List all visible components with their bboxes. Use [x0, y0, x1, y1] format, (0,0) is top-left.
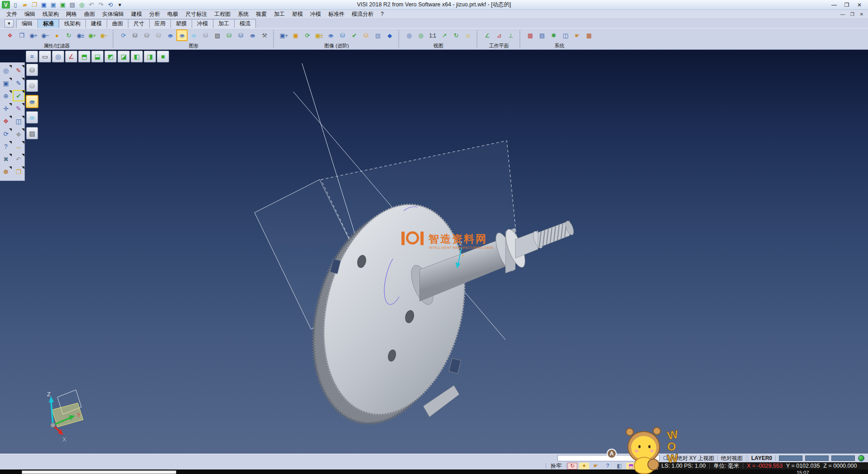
attributes-palette-icon[interactable]: ❖ — [0, 116, 12, 126]
pick-settings-icon[interactable]: ☛ — [571, 29, 583, 41]
menu-item[interactable]: 标准件 — [325, 10, 348, 18]
minimize-icon[interactable]: — — [831, 2, 837, 8]
view-iso-icon[interactable]: ■ — [157, 51, 169, 62]
cube-shaded-icon[interactable]: ◆ — [384, 29, 395, 41]
color-palette-icon[interactable]: ▦ — [524, 29, 536, 41]
save-icon[interactable]: ▣ — [40, 1, 48, 9]
cylinder-hatch-icon[interactable]: ▨ — [372, 29, 383, 41]
tab-surface[interactable]: 曲面 — [107, 19, 128, 28]
box-traffic-icon[interactable]: ▣ — [290, 29, 301, 41]
cplane-axes-icon[interactable]: ∠ — [65, 51, 77, 62]
menu-item[interactable]: 分析 — [146, 10, 164, 18]
regen-icon[interactable]: ↻ — [567, 463, 577, 469]
view-front-icon[interactable]: ◩ — [104, 51, 117, 62]
tab-mold[interactable]: 塑膜 — [171, 19, 192, 28]
menu-item[interactable]: 曲面 — [80, 10, 99, 18]
box-plusminus-icon[interactable]: ▣± — [313, 29, 325, 41]
color-swatch-2[interactable] — [805, 455, 829, 461]
view-back-icon[interactable]: ◪ — [118, 51, 130, 62]
color-swatch-3[interactable] — [831, 455, 855, 461]
zoom-dynamic-icon[interactable]: ◎ — [52, 51, 64, 62]
measure-distance-icon[interactable]: ↔ — [13, 141, 24, 152]
helm-wheel-icon[interactable]: ☸ — [0, 166, 12, 177]
view-right-icon[interactable]: ◨ — [144, 51, 156, 62]
delete-trash-icon[interactable]: ✖ — [0, 154, 12, 164]
cylinder-dashed-icon[interactable]: ⛁ — [153, 29, 164, 41]
cylinder-shaded-edges-icon[interactable]: ⛂ — [176, 29, 188, 41]
menu-item[interactable]: 文件 — [3, 10, 21, 18]
shade-hatched-icon[interactable]: ▨ — [26, 127, 38, 139]
tab-machining[interactable]: 加工 — [213, 19, 235, 28]
help-icon[interactable]: ? — [603, 463, 613, 469]
color-swatch-1[interactable] — [779, 455, 802, 461]
child-minimize-icon[interactable]: — — [840, 12, 845, 17]
traffic-light-icon[interactable]: ● — [51, 29, 62, 41]
zoom-extents-icon[interactable]: ◎ — [415, 29, 426, 41]
eye-plusminus-icon[interactable]: ◉± — [75, 29, 86, 41]
menu-item[interactable]: 模流分析 — [348, 10, 377, 18]
menu-item[interactable]: 塑模 — [288, 10, 307, 18]
cylinder-hidden-line-icon[interactable]: ⛁ — [141, 29, 152, 41]
open-icon[interactable]: ▰ — [21, 1, 29, 9]
shade-transparent-icon[interactable]: ⛂ — [26, 111, 38, 123]
eye-add-filter-icon[interactable]: ◉+ — [28, 29, 39, 41]
refresh-icon[interactable]: ⟳ — [0, 128, 12, 139]
maximize-icon[interactable]: ❐ — [844, 2, 850, 8]
window-tiles-icon[interactable]: ◫ — [13, 116, 24, 126]
menu-item[interactable]: 电极 — [164, 10, 182, 18]
redraw-icon[interactable]: ⟳ — [118, 29, 129, 41]
undo-icon[interactable]: ↶ — [87, 1, 95, 9]
print-icon[interactable]: ▤ — [68, 1, 76, 9]
workplane-normal-icon[interactable]: ⊥ — [505, 29, 516, 41]
shade-wireframe-icon[interactable]: ⛁ — [26, 64, 38, 76]
shade-solid-icon[interactable]: ⛂ — [26, 95, 38, 108]
lock-toggle[interactable]: 拴牢 — [546, 462, 566, 470]
grid-icon[interactable]: ▦ — [583, 29, 594, 41]
cylinder-export-icon[interactable]: ⛂ — [247, 29, 258, 41]
workplane-axes-icon[interactable]: ∠ — [481, 29, 493, 41]
zoom-1to1-icon[interactable]: 1:1 — [427, 29, 438, 41]
quick-access-more-icon[interactable]: ▾ — [116, 1, 124, 9]
cylinder-note-icon[interactable]: ⛁ — [360, 29, 372, 41]
zoom-previous-icon[interactable]: ◎ — [403, 29, 415, 41]
tab-die[interactable]: 冲模 — [192, 19, 213, 28]
cylinder-check-icon[interactable]: ✔ — [349, 29, 360, 41]
undo-icon[interactable]: ↶ — [13, 154, 24, 164]
render-settings-icon[interactable]: ⚒ — [259, 29, 270, 41]
zoom-box-icon[interactable]: ⊕ — [0, 90, 12, 101]
menu-item[interactable]: 线架构 — [39, 10, 62, 18]
page-attributes-icon[interactable]: ❐ — [16, 29, 27, 41]
menu-item[interactable]: 视窗 — [252, 10, 270, 18]
eye-refresh-icon[interactable]: ↻ — [63, 29, 74, 41]
menu-item[interactable]: 工程图 — [211, 10, 234, 18]
save-all-icon[interactable]: ▣ — [59, 1, 67, 9]
tab-application[interactable]: 应用 — [150, 19, 171, 28]
redo-icon[interactable]: ↷ — [97, 1, 105, 9]
tab-edit[interactable]: 编辑 — [16, 19, 38, 28]
flange-notch-bottom[interactable] — [449, 358, 461, 374]
cylinder-transparent-icon[interactable]: ⛂ — [188, 29, 199, 41]
solid-cube-icon[interactable]: ◆ — [13, 128, 24, 139]
cylinder-wireframe-icon[interactable]: ⛁ — [129, 29, 141, 41]
snap-pick-icon[interactable]: ☛ — [591, 463, 601, 469]
visi-logo[interactable]: V — [2, 1, 10, 9]
tab-standard[interactable]: 标准 — [38, 19, 59, 28]
color-table-icon[interactable]: ▤ — [536, 29, 547, 41]
system-config-icon[interactable]: ✱ — [548, 29, 559, 41]
menu-item[interactable]: 系统 — [234, 10, 252, 18]
view-bottom-icon[interactable]: ⬓ — [91, 51, 104, 62]
cylinder-flat-icon[interactable]: ⛁ — [200, 29, 211, 41]
view-left-icon[interactable]: ◧ — [131, 51, 143, 62]
cylinder-copy-icon[interactable]: ⛁ — [235, 29, 246, 41]
help-icon[interactable]: ? — [0, 141, 12, 152]
confirm-check-icon[interactable]: ✔ — [13, 90, 24, 101]
menu-item[interactable]: 实体编辑 — [99, 10, 127, 18]
move-origin-icon[interactable]: ✛ — [0, 103, 12, 114]
menu-item[interactable]: 尺寸标注 — [182, 10, 211, 18]
save-as-icon[interactable]: ▣ — [49, 1, 57, 9]
tab-flow[interactable]: 模流 — [235, 19, 256, 28]
globe-icon[interactable] — [858, 455, 864, 461]
open-copy-icon[interactable]: ❐ — [30, 1, 38, 9]
flange-rim-cut[interactable] — [423, 385, 459, 417]
viewport-3d[interactable]: Z 智造资料网 INTELLIGENT MANUFACTURING DATA — [0, 50, 868, 454]
